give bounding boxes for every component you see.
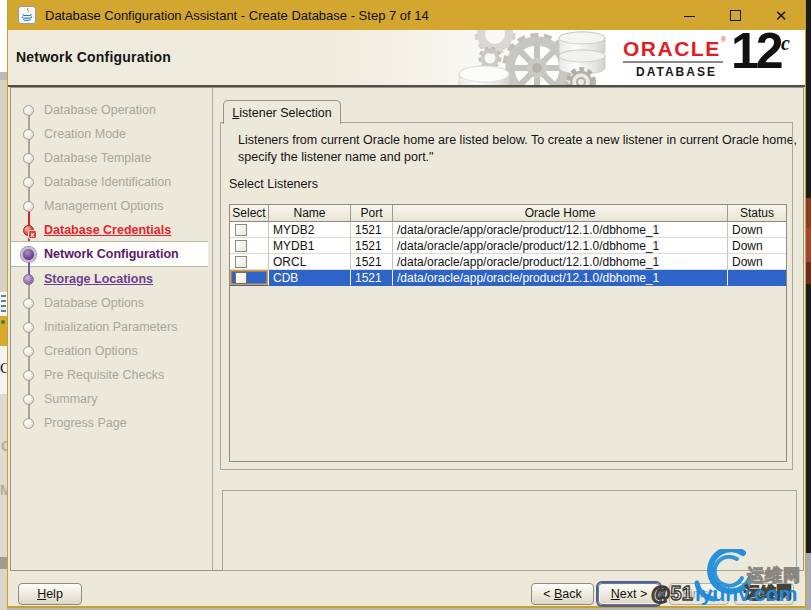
- help-button[interactable]: Help: [18, 583, 82, 605]
- step-label: Summary: [44, 392, 97, 406]
- bottom-empty-panel: [222, 490, 797, 571]
- window-title: Database Configuration Assistant - Creat…: [45, 8, 429, 23]
- step-pending-icon: [23, 177, 34, 188]
- screen: C GM Database Configuration Assistant - …: [0, 0, 811, 610]
- step-label: Database Credentials: [44, 223, 171, 237]
- step-database-credentials[interactable]: xDatabase Credentials: [11, 218, 209, 242]
- step-current-icon: [21, 247, 36, 262]
- cancel-button[interactable]: Cancel: [734, 583, 794, 605]
- step-initialization-parameters: Initialization Parameters: [11, 315, 209, 339]
- dbca-wizard-window: Database Configuration Assistant - Creat…: [7, 0, 806, 608]
- close-icon: ✕: [775, 8, 788, 23]
- database-wordmark: DATABASE: [636, 65, 717, 79]
- step-label: Creation Mode: [44, 127, 126, 141]
- minimize-button[interactable]: [666, 0, 712, 30]
- title-bar[interactable]: Database Configuration Assistant - Creat…: [8, 0, 805, 30]
- step-label: Network Configuration: [44, 247, 179, 261]
- step-pending-icon: [23, 153, 34, 164]
- step-creation-mode: Creation Mode: [11, 122, 209, 146]
- step-database-template: Database Template: [11, 146, 209, 170]
- step-progress-page: Progress Page: [11, 411, 209, 435]
- step-label: Management Options: [44, 199, 164, 213]
- step-summary: Summary: [11, 387, 209, 411]
- registered-mark: ®: [721, 36, 726, 43]
- step-label: Database Identification: [44, 175, 171, 189]
- step-label: Progress Page: [44, 416, 127, 430]
- step-pending-icon: [23, 201, 34, 212]
- step-pending-icon: [23, 394, 34, 405]
- gears-graphic: [433, 30, 643, 85]
- step-pending-icon: [23, 105, 34, 116]
- next-button[interactable]: Next >: [598, 583, 660, 605]
- step-pending-icon: [23, 418, 34, 429]
- step-pending-icon: [23, 370, 34, 381]
- minimize-icon: [684, 16, 695, 17]
- step-management-options: Management Options: [11, 194, 209, 218]
- step-creation-options: Creation Options: [11, 339, 209, 363]
- step-label: Creation Options: [44, 344, 138, 358]
- background-list-icon: [0, 292, 7, 316]
- step-label: Pre Requisite Checks: [44, 368, 164, 382]
- listener-selection-panel: [220, 122, 793, 470]
- step-pending-icon: [23, 346, 34, 357]
- background-window-left-edge: C GM: [0, 0, 7, 610]
- step-label: Database Options: [44, 296, 144, 310]
- background-letter-fragment: C: [0, 346, 7, 394]
- oracle-database-12c-logo: ORACLE ® DATABASE 12 c: [620, 34, 802, 82]
- oracle-wordmark: ORACLE: [623, 37, 721, 61]
- page-title: Network Configuration: [16, 49, 171, 65]
- wizard-header: Network Configuration: [8, 30, 805, 85]
- step-pre-requisite-checks: Pre Requisite Checks: [11, 363, 209, 387]
- version-suffix: c: [781, 32, 790, 55]
- java-cup-icon: [18, 6, 36, 24]
- step-pending-icon: [23, 322, 34, 333]
- step-error-badge-icon: x: [28, 230, 37, 239]
- maximize-icon: [730, 10, 741, 21]
- background-gold-fragment: [0, 316, 7, 346]
- tab-listener-selection[interactable]: Listener Selection: [223, 100, 341, 124]
- step-label: Database Template: [44, 151, 151, 165]
- wizard-steps-sidebar: Database OperationCreation ModeDatabase …: [11, 88, 212, 570]
- step-database-identification: Database Identification: [11, 170, 209, 194]
- wizard-body: Database OperationCreation ModeDatabase …: [10, 87, 804, 571]
- version-number: 12: [731, 22, 781, 80]
- step-label: Initialization Parameters: [44, 320, 177, 334]
- button-bar: Help< BackNext >FinishCancel: [8, 571, 805, 608]
- step-database-operation: Database Operation: [11, 98, 209, 122]
- step-label: Storage Locations: [44, 272, 153, 286]
- step-storage-locations[interactable]: Storage Locations: [11, 267, 209, 291]
- back-button[interactable]: < Back: [531, 583, 594, 605]
- logo-divider: [623, 61, 723, 63]
- step-pending-icon: [23, 129, 34, 140]
- page-content: Listener Selection Listeners from curren…: [213, 88, 805, 570]
- step-pending-icon: [23, 298, 34, 309]
- step-database-options: Database Options: [11, 291, 209, 315]
- step-network-configuration[interactable]: Network Configuration: [11, 241, 208, 267]
- step-label: Database Operation: [44, 103, 156, 117]
- background-window-right-edge: [806, 0, 811, 610]
- finish-button[interactable]: Finish: [669, 583, 729, 605]
- step-visited-icon: [23, 274, 34, 285]
